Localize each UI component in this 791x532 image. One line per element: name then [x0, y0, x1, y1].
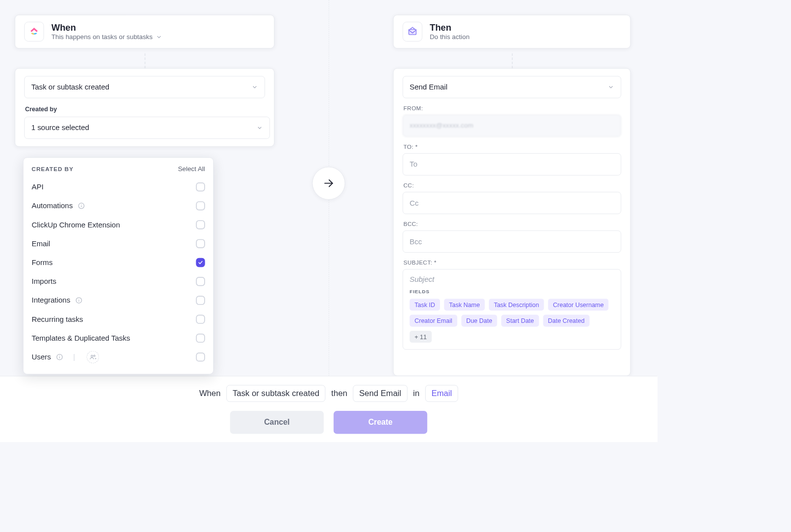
info-icon — [56, 354, 63, 361]
checkbox[interactable] — [196, 277, 205, 286]
checkbox[interactable] — [196, 201, 205, 210]
chevron-down-icon — [257, 125, 263, 131]
bcc-label: BCC: — [403, 221, 620, 227]
summary-trigger[interactable]: Task or subtask created — [226, 385, 325, 401]
option-label: Users — [32, 353, 51, 361]
option-label: Email — [32, 239, 50, 248]
when-subtitle-row[interactable]: This happens on tasks or subtasks — [51, 33, 163, 41]
checkbox[interactable] — [196, 258, 205, 267]
to-input[interactable] — [402, 153, 621, 176]
then-subtitle: Do this action — [430, 33, 470, 41]
chevron-down-icon — [252, 84, 258, 90]
created-by-option[interactable]: API — [32, 177, 205, 196]
checkbox[interactable] — [196, 182, 205, 191]
subject-placeholder: Subject — [410, 275, 615, 284]
option-label: API — [32, 182, 44, 191]
when-title: When — [51, 23, 163, 34]
flow-arrow — [312, 167, 345, 199]
checkbox[interactable] — [196, 315, 205, 324]
subject-box[interactable]: Subject FIELDS Task IDTask NameTask Desc… — [402, 269, 621, 350]
created-by-option[interactable]: Recurring tasks — [32, 310, 205, 329]
clickup-icon — [24, 22, 44, 42]
created-by-option[interactable]: Templates & Duplicated Tasks — [32, 329, 205, 348]
connector — [512, 53, 513, 68]
fields-title: FIELDS — [410, 289, 615, 295]
field-chip[interactable]: Creator Email — [410, 315, 457, 327]
select-all-button[interactable]: Select All — [178, 165, 205, 173]
action-select[interactable]: Send Email — [402, 76, 621, 98]
field-chip[interactable]: Task Description — [489, 299, 544, 310]
created-by-option[interactable]: Integrations — [32, 291, 205, 310]
action-select-label: Send Email — [410, 83, 448, 91]
when-subtitle: This happens on tasks or subtasks — [51, 33, 153, 41]
summary-in: in — [413, 389, 420, 398]
trigger-select-label: Task or subtask created — [31, 83, 109, 91]
clickup-logo-icon — [28, 26, 40, 37]
summary-action[interactable]: Send Email — [353, 385, 407, 401]
created-by-option[interactable]: Automations — [32, 196, 205, 215]
checkbox[interactable] — [196, 296, 205, 305]
then-title: Then — [430, 23, 470, 34]
to-label: TO: * — [403, 143, 620, 150]
created-by-select[interactable]: 1 source selected — [24, 117, 270, 139]
option-label: Imports — [32, 277, 56, 286]
bottom-bar: When Task or subtask created then Send E… — [0, 376, 658, 442]
checkbox[interactable] — [196, 353, 205, 361]
chevron-down-icon — [156, 34, 162, 40]
svg-point-9 — [59, 355, 60, 356]
info-icon — [78, 202, 85, 210]
email-icon — [407, 26, 418, 37]
summary-when: When — [199, 389, 220, 398]
created-by-value: 1 source selected — [31, 124, 89, 132]
bcc-input[interactable] — [402, 230, 621, 253]
summary-then: then — [331, 389, 347, 398]
arrow-right-icon — [323, 177, 334, 189]
from-label: FROM: — [403, 105, 620, 111]
created-by-option[interactable]: Email — [32, 234, 205, 253]
created-by-popup: CREATED BY Select All APIAutomationsClic… — [23, 157, 214, 374]
people-add-icon[interactable] — [87, 351, 99, 363]
created-by-option[interactable]: Users| — [32, 348, 205, 366]
option-label: Integrations — [32, 296, 70, 305]
summary-line: When Task or subtask created then Send E… — [199, 385, 458, 401]
option-label: Automations — [32, 202, 73, 210]
created-by-label: Created by — [25, 106, 264, 113]
from-value: xxxxxxxx@xxxxx.com — [410, 122, 474, 130]
create-button[interactable]: Create — [334, 411, 427, 434]
info-icon — [75, 297, 83, 304]
connector — [145, 53, 146, 68]
cc-label: CC: — [403, 182, 620, 188]
created-by-option[interactable]: Imports — [32, 272, 205, 291]
field-chip[interactable]: Start Date — [501, 315, 539, 327]
option-label: Recurring tasks — [32, 315, 83, 323]
checkbox[interactable] — [196, 220, 205, 229]
created-by-option[interactable]: ClickUp Chrome Extension — [32, 215, 205, 234]
field-chip[interactable]: Date Created — [543, 315, 589, 327]
field-chip[interactable]: Due Date — [461, 315, 497, 327]
field-chip[interactable]: Task Name — [444, 299, 484, 310]
svg-point-3 — [81, 204, 82, 205]
option-label: Templates & Duplicated Tasks — [32, 334, 130, 342]
subject-label: SUBJECT: * — [403, 259, 620, 266]
option-label: ClickUp Chrome Extension — [32, 221, 120, 229]
svg-point-11 — [93, 355, 95, 356]
separator: | — [73, 353, 75, 361]
popup-title: CREATED BY — [32, 166, 74, 172]
email-icon-box — [402, 22, 422, 42]
checkbox[interactable] — [196, 239, 205, 248]
summary-target[interactable]: Email — [425, 385, 458, 401]
created-by-option[interactable]: Forms — [32, 253, 205, 272]
svg-point-10 — [91, 355, 93, 357]
cc-input[interactable] — [402, 192, 621, 214]
trigger-select[interactable]: Task or subtask created — [24, 76, 265, 98]
option-label: Forms — [32, 258, 52, 266]
from-field: xxxxxxxx@xxxxx.com — [402, 115, 621, 137]
svg-rect-14 — [409, 29, 416, 35]
chevron-down-icon — [608, 84, 614, 90]
svg-point-6 — [79, 299, 79, 299]
cancel-button[interactable]: Cancel — [230, 411, 323, 434]
field-chip-more[interactable]: + 11 — [410, 331, 432, 343]
checkbox[interactable] — [196, 334, 205, 343]
field-chip[interactable]: Task ID — [410, 299, 440, 310]
field-chip[interactable]: Creator Username — [548, 299, 609, 310]
